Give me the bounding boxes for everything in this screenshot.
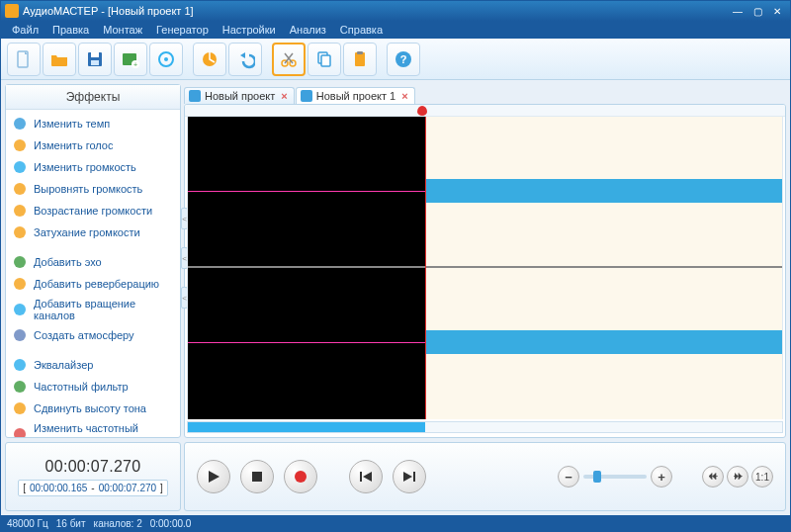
playhead-line[interactable] bbox=[425, 117, 426, 419]
close-button[interactable]: ✕ bbox=[768, 4, 786, 18]
paste-icon[interactable] bbox=[343, 43, 377, 76]
new-file-icon[interactable] bbox=[7, 43, 41, 76]
status-bit-depth: 16 бит bbox=[56, 518, 86, 529]
burn-cd-icon[interactable] bbox=[149, 43, 183, 76]
horizontal-scrollbar[interactable] bbox=[187, 421, 783, 433]
effect-item[interactable]: Изменить громкость bbox=[6, 156, 180, 178]
effect-label: Частотный фильтр bbox=[34, 381, 129, 393]
zoom-slider-thumb[interactable] bbox=[593, 471, 601, 483]
current-time: 00:00:07.270 bbox=[44, 458, 140, 476]
svg-rect-3 bbox=[91, 52, 99, 57]
undo-icon[interactable] bbox=[228, 43, 262, 76]
stop-button[interactable] bbox=[240, 460, 274, 493]
zoom-in-button[interactable]: + bbox=[651, 466, 672, 488]
save-icon[interactable] bbox=[78, 43, 112, 76]
effect-item[interactable]: Изменить голос bbox=[6, 134, 180, 156]
waveform-channel-1 bbox=[425, 179, 782, 203]
menu-справка[interactable]: Справка bbox=[333, 24, 390, 36]
waveform-area[interactable] bbox=[187, 117, 783, 419]
svg-rect-4 bbox=[91, 60, 99, 65]
menu-генератор[interactable]: Генератор bbox=[149, 24, 216, 36]
svg-point-25 bbox=[14, 183, 26, 195]
effect-item[interactable]: Сдвинуть высоту тона bbox=[6, 398, 180, 419]
effect-item[interactable]: Добавить вращение каналов bbox=[6, 295, 180, 324]
effect-item[interactable]: Изменить частотный спектр bbox=[6, 419, 180, 437]
effect-item[interactable]: Добавить реверберацию bbox=[6, 273, 180, 295]
selection-end[interactable]: 00:00:07.270 bbox=[99, 483, 156, 493]
menu-файл[interactable]: Файл bbox=[5, 24, 45, 36]
effect-label: Эквалайзер bbox=[34, 359, 93, 371]
statusbar: 48000 Гц 16 бит каналов: 2 0:00:00.0 bbox=[1, 515, 790, 531]
effect-label: Выровнять громкость bbox=[34, 183, 142, 195]
atmosphere-icon bbox=[12, 327, 28, 343]
effect-label: Изменить громкость bbox=[34, 161, 136, 173]
effect-item[interactable]: Изменить темп bbox=[6, 113, 180, 134]
maximize-button[interactable]: ▢ bbox=[748, 4, 766, 18]
document-tab[interactable]: Новый проект 1× bbox=[296, 87, 415, 104]
status-duration: 0:00:00.0 bbox=[150, 518, 192, 529]
effect-item[interactable]: Создать атмосферу bbox=[6, 324, 180, 346]
play-button[interactable] bbox=[197, 460, 230, 493]
effect-item[interactable]: Частотный фильтр bbox=[6, 376, 180, 398]
add-media-icon[interactable]: + bbox=[114, 43, 147, 76]
selection-start[interactable]: 00:00:00.165 bbox=[30, 483, 87, 493]
svg-marker-41 bbox=[403, 472, 412, 482]
cut-icon[interactable] bbox=[272, 43, 306, 76]
tab-close-button[interactable]: × bbox=[279, 90, 289, 102]
tab-label: Новый проект 1 bbox=[316, 90, 396, 102]
tab-close-button[interactable]: × bbox=[399, 90, 409, 102]
time-ruler[interactable] bbox=[185, 105, 785, 117]
svg-point-35 bbox=[14, 428, 26, 437]
document-tab[interactable]: Новый проект× bbox=[184, 87, 295, 104]
effect-label: Изменить темп bbox=[34, 118, 110, 130]
nav-end-button[interactable]: ⯮ bbox=[727, 466, 748, 488]
filter-icon bbox=[12, 379, 28, 395]
titlebar: АудиоМАСТЕР - [Новый проект 1] — ▢ ✕ bbox=[1, 1, 790, 21]
effect-item[interactable]: Эквалайзер bbox=[6, 354, 180, 376]
svg-text:?: ? bbox=[400, 53, 407, 65]
svg-point-38 bbox=[295, 471, 307, 483]
svg-point-22 bbox=[14, 118, 26, 130]
menubar: ФайлПравкаМонтажГенераторНастройкиАнализ… bbox=[1, 21, 790, 39]
nav-start-button[interactable]: ⯬ bbox=[702, 466, 724, 488]
effect-item[interactable]: Выровнять громкость bbox=[6, 178, 180, 200]
app-icon bbox=[5, 4, 19, 18]
playhead-marker[interactable] bbox=[417, 106, 427, 116]
effect-item[interactable]: Затухание громкости bbox=[6, 222, 180, 243]
zoom-out-button[interactable]: − bbox=[558, 466, 579, 488]
mixer-icon[interactable] bbox=[193, 43, 226, 76]
skip-start-button[interactable] bbox=[349, 460, 383, 493]
copy-icon[interactable] bbox=[308, 43, 341, 76]
zoom-fit-button[interactable]: 1:1 bbox=[751, 466, 773, 488]
effect-label: Сдвинуть высоту тона bbox=[34, 402, 146, 414]
open-file-icon[interactable] bbox=[43, 43, 76, 76]
scrollbar-thumb[interactable] bbox=[188, 422, 425, 432]
skip-end-button[interactable] bbox=[393, 460, 426, 493]
help-icon[interactable]: ? bbox=[387, 43, 420, 76]
minimize-button[interactable]: — bbox=[729, 4, 747, 18]
svg-rect-37 bbox=[252, 472, 262, 482]
effect-label: Добавить эхо bbox=[34, 256, 102, 268]
record-button[interactable] bbox=[284, 460, 317, 493]
svg-point-26 bbox=[14, 205, 26, 217]
svg-marker-11 bbox=[240, 52, 245, 58]
menu-монтаж[interactable]: Монтаж bbox=[96, 24, 149, 36]
effect-item[interactable]: Добавить эхо bbox=[6, 251, 180, 273]
menu-правка[interactable]: Правка bbox=[45, 24, 96, 36]
channel-center-line bbox=[188, 342, 425, 343]
svg-rect-17 bbox=[321, 55, 330, 66]
waveform-channel-2 bbox=[425, 330, 782, 354]
pitch-icon bbox=[12, 400, 28, 416]
effect-item[interactable]: Возрастание громкости bbox=[6, 200, 180, 222]
waveform-editor[interactable] bbox=[184, 104, 786, 438]
menu-настройки[interactable]: Настройки bbox=[216, 24, 283, 36]
effect-label: Добавить вращение каналов bbox=[34, 298, 174, 321]
zoom-slider[interactable] bbox=[583, 475, 647, 479]
menu-анализ[interactable]: Анализ bbox=[283, 24, 333, 36]
svg-rect-19 bbox=[357, 51, 363, 54]
svg-point-34 bbox=[14, 402, 26, 414]
channel-separator bbox=[188, 266, 782, 268]
svg-point-32 bbox=[14, 359, 26, 371]
svg-point-9 bbox=[164, 57, 168, 61]
document-icon bbox=[301, 90, 312, 102]
